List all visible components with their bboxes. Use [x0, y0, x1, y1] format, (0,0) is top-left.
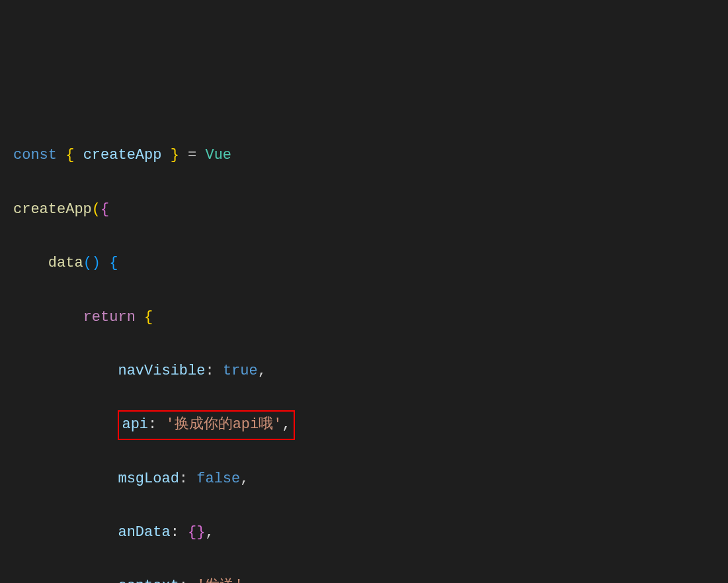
- comma: ,: [282, 416, 290, 433]
- parens: (): [83, 255, 101, 271]
- comma: ,: [205, 524, 214, 541]
- property-key: sentext: [118, 578, 179, 583]
- code-line-2: createApp({: [13, 197, 728, 224]
- property-key: api: [122, 416, 148, 433]
- identifier: createApp: [83, 147, 162, 163]
- brace: {: [144, 309, 153, 326]
- boolean-value: false: [196, 471, 240, 487]
- colon: :: [179, 578, 188, 583]
- highlighted-api-line: api: '换成你的api哦',: [118, 410, 294, 440]
- keyword-return: return: [83, 309, 136, 326]
- comma: ,: [240, 471, 249, 487]
- boolean-value: true: [223, 363, 258, 379]
- operator: =: [188, 147, 196, 163]
- brace: }: [171, 147, 179, 163]
- string-value: '发送': [196, 578, 243, 583]
- identifier-vue: Vue: [205, 147, 231, 163]
- method-name: data: [48, 255, 83, 271]
- property-key: msgLoad: [118, 471, 179, 487]
- comma: ,: [243, 578, 252, 583]
- colon: :: [171, 524, 179, 541]
- code-line-3: data() {: [13, 250, 728, 277]
- keyword-const: const: [13, 147, 57, 163]
- brace: {: [101, 201, 109, 218]
- colon: :: [205, 363, 214, 379]
- code-line-8: anData: {},: [13, 519, 728, 547]
- brace: {: [109, 255, 118, 271]
- property-key: anData: [118, 524, 170, 541]
- code-line-7: msgLoad: false,: [13, 466, 728, 493]
- code-line-9: sentext: '发送',: [13, 573, 728, 583]
- braces: {}: [188, 524, 205, 541]
- string-value: '换成你的api哦': [165, 416, 282, 433]
- function-call: createApp: [13, 201, 92, 218]
- brace: {: [65, 147, 74, 163]
- colon: :: [179, 471, 188, 487]
- code-line-6: api: '换成你的api哦',: [13, 412, 728, 439]
- code-line-5: navVisible: true,: [13, 358, 728, 385]
- colon: :: [148, 416, 157, 433]
- comma: ,: [258, 363, 266, 379]
- code-line-4: return {: [13, 304, 728, 332]
- property-key: navVisible: [118, 363, 205, 379]
- paren: (: [92, 201, 101, 218]
- code-editor[interactable]: const { createApp } = Vue createApp({ da…: [13, 116, 728, 583]
- code-line-1: const { createApp } = Vue: [13, 142, 728, 169]
